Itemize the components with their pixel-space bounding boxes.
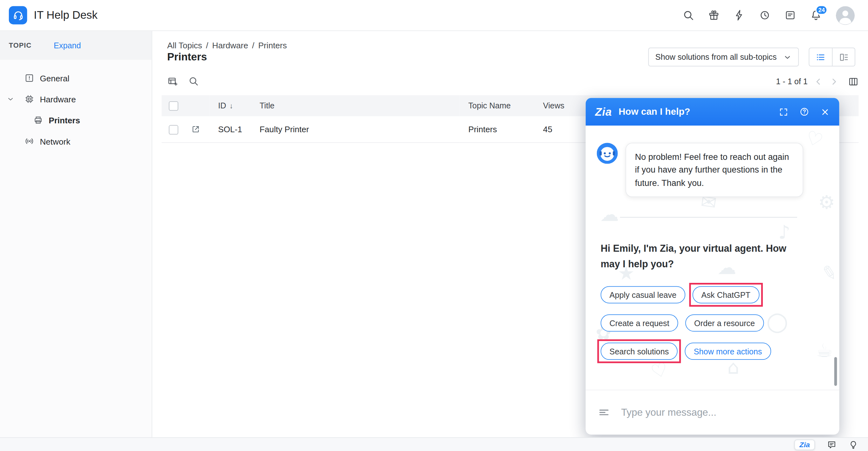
cell-id: SOL-1 bbox=[209, 116, 251, 142]
topbar-actions: 24 bbox=[683, 6, 855, 25]
chat-quick-actions: Apply casual leave Ask ChatGPT Create a … bbox=[601, 286, 771, 360]
zia-dock-icon[interactable]: Zia bbox=[795, 439, 815, 450]
view-toggle bbox=[809, 48, 855, 66]
whats-new-gift-icon[interactable] bbox=[708, 9, 720, 21]
sidebar-header: TOPIC Expand bbox=[0, 31, 152, 60]
action-ask-chatgpt[interactable]: Ask ChatGPT bbox=[692, 286, 759, 303]
sidebar-item-hardware[interactable]: Hardware bbox=[0, 89, 152, 110]
topic-sidebar: TOPIC Expand General Hardware bbox=[0, 31, 152, 437]
sidebar-item-label: General bbox=[40, 73, 69, 83]
cell-topic-name: Printers bbox=[460, 116, 534, 142]
chevron-down-icon bbox=[783, 53, 792, 61]
row-checkbox[interactable] bbox=[169, 125, 178, 134]
lightbulb-icon[interactable] bbox=[848, 440, 858, 449]
table-search-icon[interactable] bbox=[188, 76, 199, 87]
expand-chat-icon[interactable] bbox=[779, 107, 788, 117]
sort-desc-icon[interactable]: ↓ bbox=[229, 102, 233, 110]
hardware-topic-icon bbox=[25, 94, 34, 104]
sidebar-item-network[interactable]: Network bbox=[0, 131, 152, 152]
topic-tree: General Hardware Printers bbox=[0, 60, 152, 152]
chat-body: No problem! Feel free to reach out again… bbox=[586, 125, 839, 390]
column-chooser-icon[interactable] bbox=[848, 76, 859, 86]
next-page-icon[interactable] bbox=[829, 77, 839, 86]
sidebar-item-printers[interactable]: Printers bbox=[0, 110, 152, 131]
action-search-solutions[interactable]: Search solutions bbox=[601, 342, 678, 360]
chat-divider bbox=[620, 217, 797, 218]
sidebar-item-general[interactable]: General bbox=[0, 67, 152, 88]
chat-title: How can I help? bbox=[619, 106, 772, 117]
list-view-button[interactable] bbox=[809, 48, 832, 66]
chat-message-input[interactable] bbox=[620, 406, 827, 419]
recent-items-history-icon[interactable] bbox=[759, 9, 771, 21]
topic-label: TOPIC bbox=[9, 42, 31, 49]
chevron-down-icon[interactable] bbox=[7, 95, 14, 103]
subtopic-filter-dropdown[interactable]: Show solutions from all sub-topics bbox=[648, 48, 799, 66]
pagination-text: 1 - 1 of 1 bbox=[776, 77, 808, 86]
sidebar-item-label: Network bbox=[40, 137, 70, 146]
add-view-icon[interactable] bbox=[167, 76, 178, 87]
general-topic-icon bbox=[25, 73, 34, 83]
message-options-icon[interactable] bbox=[598, 406, 610, 418]
chat-header: Zia How can I help? bbox=[586, 98, 839, 125]
bot-message-row: No problem! Feel free to reach out again… bbox=[597, 143, 804, 197]
select-all-checkbox[interactable] bbox=[169, 101, 178, 111]
bottombar: Zia bbox=[0, 437, 868, 451]
app-window: IT Help Desk 24 bbox=[0, 0, 868, 451]
notification-badge: 24 bbox=[815, 5, 828, 14]
chat-scrollbar[interactable] bbox=[834, 357, 837, 386]
search-icon[interactable] bbox=[683, 9, 694, 21]
open-in-new-icon[interactable] bbox=[191, 124, 209, 134]
column-header-title[interactable]: Title bbox=[251, 95, 460, 116]
app-brand[interactable]: IT Help Desk bbox=[9, 6, 98, 24]
action-apply-casual-leave[interactable]: Apply casual leave bbox=[601, 286, 685, 303]
notifications-bell-icon[interactable]: 24 bbox=[810, 9, 822, 21]
zia-logo: Zia bbox=[595, 106, 612, 118]
chat-dock-icon[interactable] bbox=[827, 440, 837, 449]
action-create-a-request[interactable]: Create a request bbox=[601, 314, 678, 331]
printer-icon bbox=[33, 115, 43, 125]
app-title: IT Help Desk bbox=[34, 9, 98, 22]
feedback-note-icon[interactable] bbox=[784, 9, 796, 21]
action-show-more-actions[interactable]: Show more actions bbox=[685, 342, 771, 360]
column-header-topic-name[interactable]: Topic Name bbox=[460, 95, 534, 116]
column-header-id[interactable]: ID↓ bbox=[209, 95, 251, 116]
headset-logo-icon bbox=[9, 6, 27, 24]
sidebar-item-label: Printers bbox=[49, 115, 80, 125]
network-topic-icon bbox=[25, 136, 34, 146]
help-icon[interactable] bbox=[799, 107, 809, 117]
prev-page-icon[interactable] bbox=[814, 77, 823, 86]
quick-actions-bolt-icon[interactable] bbox=[734, 9, 745, 21]
chat-greeting: Hi Emily, I'm Zia, your virtual agent. H… bbox=[601, 241, 808, 272]
user-avatar[interactable] bbox=[836, 6, 855, 25]
cell-title[interactable]: Faulty Printer bbox=[251, 116, 460, 142]
topbar: IT Help Desk 24 bbox=[0, 0, 868, 31]
action-order-a-resource[interactable]: Order a resource bbox=[685, 314, 764, 331]
bot-message: No problem! Feel free to reach out again… bbox=[625, 143, 803, 197]
page-title: Printers bbox=[167, 51, 207, 63]
close-chat-icon[interactable] bbox=[820, 107, 830, 117]
chat-input-bar bbox=[586, 390, 839, 434]
board-view-button[interactable] bbox=[832, 48, 855, 66]
subtopic-filter-value: Show solutions from all sub-topics bbox=[655, 53, 777, 61]
zia-bot-avatar bbox=[597, 143, 618, 164]
sidebar-item-label: Hardware bbox=[40, 94, 75, 104]
expand-link[interactable]: Expand bbox=[54, 41, 81, 50]
zia-chat-widget: Zia How can I help? bbox=[586, 98, 839, 434]
